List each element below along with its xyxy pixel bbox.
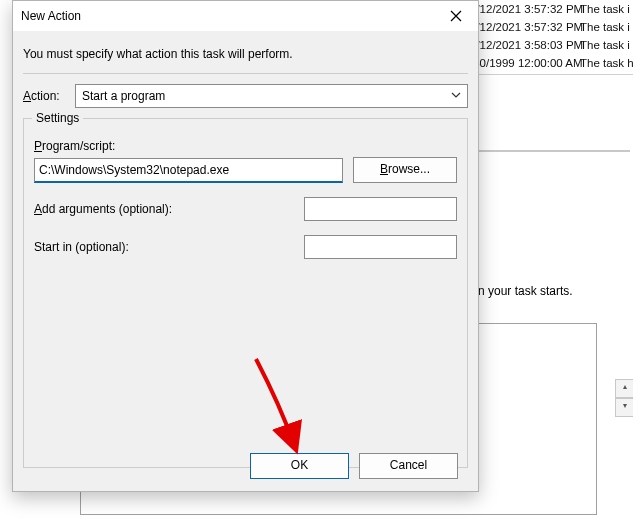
arguments-input[interactable] xyxy=(304,197,457,221)
new-action-dialog: New Action You must specify what action … xyxy=(12,0,479,492)
start-in-label: Start in (optional): xyxy=(34,240,304,254)
close-button[interactable] xyxy=(434,1,478,31)
start-in-input[interactable] xyxy=(304,235,457,259)
background-section-divider xyxy=(460,150,630,152)
table-row[interactable]: 2/12/2021 3:57:32 PMThe task i xyxy=(470,18,633,36)
ok-button[interactable]: OK xyxy=(250,453,349,479)
action-dropdown-value: Start a program xyxy=(82,89,165,103)
table-row[interactable]: /30/1999 12:00:00 AMThe task h xyxy=(470,54,633,72)
chevron-down-icon xyxy=(451,90,461,100)
table-row[interactable]: 2/12/2021 3:58:03 PMThe task i xyxy=(470,36,633,54)
action-dropdown[interactable]: Start a program xyxy=(75,84,468,108)
settings-legend: Settings xyxy=(32,111,83,125)
background-task-start-text: n your task starts. xyxy=(478,284,573,298)
dialog-instruction: You must specify what action this task w… xyxy=(13,31,478,73)
settings-group: Settings Program/script: C:\Windows\Syst… xyxy=(23,118,468,468)
scroll-down-button[interactable]: ▾ xyxy=(615,398,633,417)
table-row[interactable]: 2/12/2021 3:57:32 PMThe task i xyxy=(470,0,633,18)
program-label: Program/script: xyxy=(34,139,457,153)
background-divider xyxy=(470,74,633,75)
scroll-up-button[interactable]: ▴ xyxy=(615,379,633,398)
dialog-title: New Action xyxy=(13,9,81,23)
background-log-rows: 2/12/2021 3:57:32 PMThe task i 2/12/2021… xyxy=(470,0,633,72)
program-script-input[interactable]: C:\Windows\System32\notepad.exe xyxy=(34,158,343,183)
cancel-button[interactable]: Cancel xyxy=(359,453,458,479)
action-label: Action: xyxy=(23,89,67,103)
close-icon xyxy=(450,10,462,22)
titlebar: New Action xyxy=(13,1,478,31)
browse-button[interactable]: Browse... xyxy=(353,157,457,183)
arguments-label: Add arguments (optional): xyxy=(34,202,304,216)
